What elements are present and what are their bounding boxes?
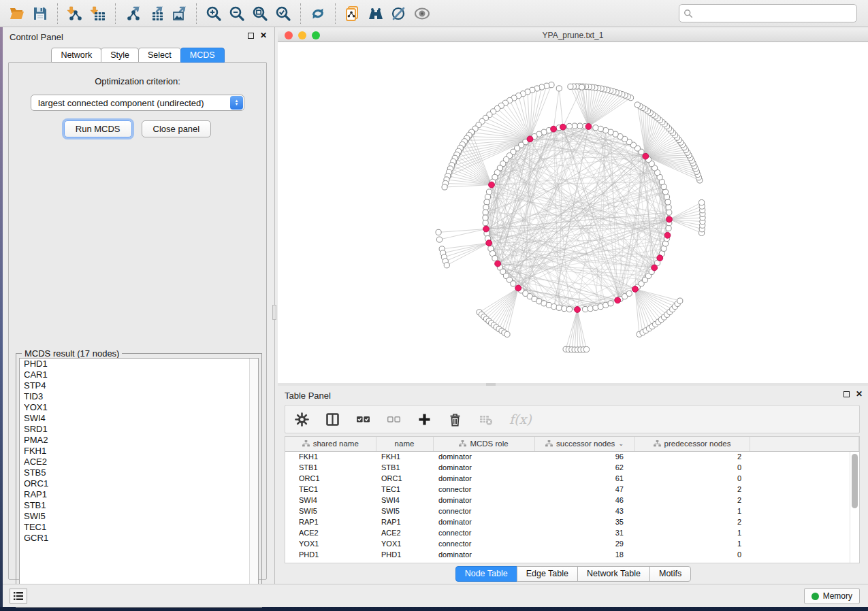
- network-node[interactable]: [583, 346, 589, 352]
- mcds-network-node[interactable]: [575, 307, 581, 313]
- mcds-network-node[interactable]: [560, 124, 566, 130]
- network-node[interactable]: [677, 298, 683, 303]
- task-history-button[interactable]: [10, 589, 27, 604]
- criterion-dropdown[interactable]: largest connected component (undirected)…: [31, 95, 244, 111]
- float-table-panel-icon[interactable]: [843, 391, 850, 397]
- network-node[interactable]: [504, 331, 510, 337]
- column-header-name[interactable]: name: [376, 437, 433, 451]
- mcds-result-list[interactable]: PHD1CAR1STP4TID3YOX1SWI4SRD1PMA2FKH1ACE2…: [19, 358, 259, 604]
- network-node[interactable]: [665, 199, 671, 205]
- network-node[interactable]: [436, 237, 442, 242]
- network-node[interactable]: [436, 229, 441, 235]
- hide-panels-icon[interactable]: [387, 3, 411, 24]
- table-row[interactable]: TEC1TEC1connector472: [285, 484, 859, 495]
- run-mcds-button[interactable]: Run MCDS: [64, 120, 132, 137]
- refresh-layout-icon[interactable]: [306, 3, 329, 24]
- export-network-icon[interactable]: [121, 3, 144, 24]
- mcds-network-node[interactable]: [657, 255, 663, 261]
- column-header-successor-nodes[interactable]: successor nodes⌄: [534, 437, 634, 451]
- network-node[interactable]: [566, 123, 572, 129]
- mcds-network-node[interactable]: [527, 136, 533, 142]
- mcds-network-node[interactable]: [551, 126, 557, 132]
- table-row[interactable]: PHD1PHD1dominator180: [285, 549, 859, 560]
- export-table-icon[interactable]: [144, 3, 167, 24]
- traffic-light-close[interactable]: [285, 31, 293, 39]
- import-network-icon[interactable]: [63, 3, 86, 24]
- network-node[interactable]: [492, 256, 498, 261]
- network-node[interactable]: [486, 189, 492, 195]
- network-node[interactable]: [572, 123, 577, 129]
- table-row[interactable]: RAP1RAP1dominator352: [285, 516, 859, 527]
- search-input[interactable]: [693, 7, 852, 20]
- zoom-selected-icon[interactable]: [272, 3, 295, 24]
- table-row[interactable]: ORC1ORC1dominator610: [285, 473, 859, 484]
- delete-row-icon[interactable]: [448, 412, 462, 427]
- network-node[interactable]: [593, 125, 598, 131]
- mcds-list-scrollbar[interactable]: [249, 359, 258, 604]
- import-table-icon[interactable]: [86, 3, 110, 24]
- network-node[interactable]: [666, 225, 671, 231]
- close-panel-icon[interactable]: ✕: [260, 32, 267, 39]
- table-row[interactable]: SWI4SWI4dominator462: [285, 495, 859, 506]
- mcds-result-item[interactable]: SWI4: [20, 413, 258, 424]
- mcds-network-node[interactable]: [486, 240, 492, 246]
- network-node[interactable]: [634, 102, 640, 108]
- network-node[interactable]: [666, 210, 672, 215]
- tab-motifs[interactable]: Motifs: [649, 566, 691, 582]
- deselect-all-icon[interactable]: [387, 412, 401, 427]
- network-window-titlebar[interactable]: YPA_prune.txt_1: [278, 29, 868, 42]
- table-row[interactable]: FKH1FKH1dominator962: [285, 451, 859, 462]
- network-node[interactable]: [583, 306, 588, 312]
- mcds-result-item[interactable]: PMA2: [20, 435, 258, 446]
- select-all-icon[interactable]: [356, 412, 370, 427]
- mcds-network-node[interactable]: [483, 226, 489, 232]
- mcds-result-item[interactable]: GCR1: [20, 533, 258, 544]
- mcds-network-node[interactable]: [495, 261, 501, 267]
- search-box[interactable]: [679, 4, 857, 22]
- mcds-result-item[interactable]: RAP1: [20, 489, 258, 500]
- zoom-out-icon[interactable]: [225, 3, 248, 24]
- network-node[interactable]: [483, 220, 488, 226]
- export-image-icon[interactable]: [167, 3, 191, 24]
- network-node[interactable]: [666, 205, 671, 210]
- mcds-network-node[interactable]: [515, 285, 521, 291]
- mcds-result-item[interactable]: ACE2: [20, 457, 258, 467]
- tab-network-table[interactable]: Network Table: [577, 566, 650, 582]
- mcds-network-node[interactable]: [489, 182, 495, 188]
- column-header-shared-name[interactable]: shared name: [285, 437, 376, 451]
- mcds-network-node[interactable]: [643, 153, 649, 159]
- network-node[interactable]: [664, 194, 669, 199]
- mcds-network-node[interactable]: [652, 265, 658, 271]
- tab-mcds[interactable]: MCDS: [180, 48, 225, 63]
- network-node[interactable]: [551, 304, 557, 310]
- show-columns-icon[interactable]: [325, 412, 340, 427]
- mcds-network-node[interactable]: [666, 216, 673, 222]
- node-table[interactable]: shared namenameMCDS rolesuccessor nodes⌄…: [285, 437, 859, 560]
- tab-node-table[interactable]: Node Table: [455, 566, 517, 582]
- mcds-result-item[interactable]: ORC1: [20, 478, 258, 489]
- network-node[interactable]: [511, 281, 516, 286]
- tab-network[interactable]: Network: [51, 48, 101, 63]
- network-node[interactable]: [556, 305, 562, 310]
- network-node[interactable]: [562, 306, 567, 312]
- open-file-icon[interactable]: [5, 3, 29, 24]
- network-node[interactable]: [444, 263, 449, 268]
- tab-style[interactable]: Style: [101, 48, 139, 63]
- table-row[interactable]: YOX1YOX1connector291: [285, 538, 859, 549]
- column-header-MCDS-role[interactable]: MCDS role: [433, 437, 534, 451]
- mcds-result-item[interactable]: SWI5: [20, 511, 258, 522]
- column-header-predecessor-nodes[interactable]: predecessor nodes: [634, 437, 750, 451]
- mcds-network-node[interactable]: [585, 124, 592, 130]
- network-node[interactable]: [598, 126, 603, 131]
- mcds-result-item[interactable]: PHD1: [20, 359, 258, 369]
- settings-gear-icon[interactable]: [295, 412, 309, 427]
- mcds-network-node[interactable]: [664, 232, 671, 238]
- network-node[interactable]: [588, 306, 593, 312]
- zoom-in-icon[interactable]: [202, 3, 225, 24]
- mcds-result-item[interactable]: YOX1: [20, 402, 258, 413]
- vertical-splitter[interactable]: [272, 27, 278, 584]
- network-node[interactable]: [593, 305, 598, 310]
- network-node[interactable]: [662, 241, 668, 246]
- traffic-light-minimize[interactable]: [298, 31, 306, 39]
- mcds-result-item[interactable]: STB5: [20, 467, 258, 478]
